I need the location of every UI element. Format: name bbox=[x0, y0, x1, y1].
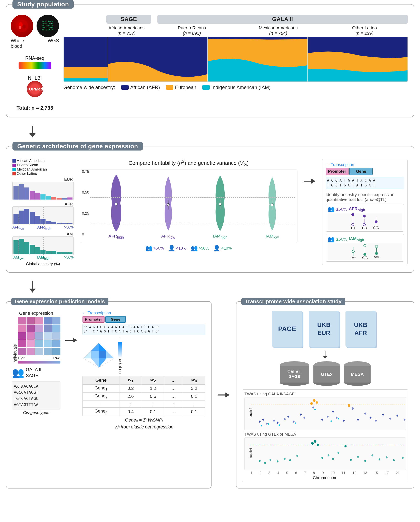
prediction-label: Gene expression prediction models bbox=[11, 298, 109, 305]
svg-point-80 bbox=[314, 440, 316, 443]
page-card-stack: PAGE bbox=[272, 311, 305, 347]
bottom-sections: Gene expression prediction models Gene e… bbox=[6, 301, 414, 489]
db-cards: GALA IISAGE GTEx MESA bbox=[242, 361, 408, 386]
gala-sage-label: GALA IISAGE bbox=[26, 367, 41, 378]
iam-swatch bbox=[202, 85, 210, 90]
pop-label-pr: Puerto Ricans bbox=[149, 25, 235, 31]
svg-point-61 bbox=[382, 414, 384, 416]
col-w1: w1 bbox=[119, 376, 142, 384]
pop-label-aa: African Americans bbox=[104, 25, 149, 31]
svg-marker-28 bbox=[91, 358, 99, 368]
study-population-section: Study population bbox=[6, 4, 414, 117]
afr-hist: AFR bbox=[12, 202, 74, 230]
pop-label-ma: Mexican Americans bbox=[235, 25, 321, 31]
svg-point-66 bbox=[268, 423, 269, 425]
svg-point-79 bbox=[311, 442, 314, 445]
svg-point-72 bbox=[259, 460, 261, 462]
svg-point-55 bbox=[348, 404, 350, 407]
study-pop-left: AGTCTAGTCATCAGTCAGTAGATAGATCGATCGATCGATA… bbox=[12, 15, 57, 111]
arrow-2 bbox=[6, 281, 414, 293]
svg-point-86 bbox=[344, 445, 347, 447]
svg-marker-20 bbox=[29, 289, 36, 293]
violin-iam-high: IAMhigh bbox=[211, 172, 229, 239]
twas1-label: TWAS using GALA II/SAGE bbox=[244, 392, 406, 396]
svg-marker-27 bbox=[99, 351, 106, 358]
ukb-eur-card-stack: UKBEUR bbox=[309, 311, 341, 347]
svg-point-2 bbox=[23, 24, 26, 29]
legend-afr: African (AFR) bbox=[121, 84, 160, 90]
gene-expr-label: Gene expression bbox=[12, 311, 61, 316]
svg-point-93 bbox=[393, 459, 395, 461]
svg-point-94 bbox=[402, 457, 404, 459]
eur-label: European bbox=[175, 84, 196, 90]
svg-point-58 bbox=[364, 413, 366, 415]
cis-geno-label: Cis-genotypes bbox=[12, 410, 61, 415]
svg-point-82 bbox=[321, 457, 323, 459]
formula-1: Geneₙ = Σᵢ WᵢSNPᵢ bbox=[83, 417, 206, 423]
svg-point-87 bbox=[350, 459, 352, 461]
svg-point-84 bbox=[332, 458, 334, 460]
rna-seq-item: RNA-seq bbox=[19, 55, 51, 69]
svg-point-81 bbox=[317, 444, 319, 446]
ancestry-legend: Genome-wide ancestry: African (AFR) Euro… bbox=[63, 84, 408, 90]
svg-point-37 bbox=[262, 419, 264, 421]
violin-title: Compare heritability (h2) and genetic va… bbox=[80, 159, 298, 167]
gala-box: GALA II bbox=[157, 15, 408, 24]
vl-afr-high: AFRhigh bbox=[108, 234, 124, 239]
pop-n-pr: (n = 893) bbox=[149, 31, 235, 36]
manhattan-plot-2: -log₁₀[P] bbox=[244, 438, 406, 470]
legend-eur: European bbox=[166, 84, 196, 90]
svg-point-47 bbox=[313, 399, 315, 402]
svg-point-3 bbox=[19, 26, 22, 29]
blood-icon bbox=[11, 15, 33, 37]
model-area: ← Transcription Promoter Gene 5' A G T C… bbox=[83, 311, 206, 430]
chromosome-label: Chromosome bbox=[244, 476, 406, 480]
svg-point-67 bbox=[279, 425, 280, 426]
manhattan-plot-1: -log₁₀[P] bbox=[244, 397, 406, 430]
svg-point-78 bbox=[297, 455, 298, 457]
gene-matrix: Individuals bbox=[12, 317, 61, 363]
pop-n-ma: (n = 784) bbox=[235, 31, 321, 36]
eur-swatch bbox=[166, 85, 173, 90]
svg-point-51 bbox=[327, 416, 328, 418]
svg-point-90 bbox=[371, 454, 373, 456]
svg-point-42 bbox=[288, 416, 289, 418]
table-row: Gene10.21.2…3.2 bbox=[83, 384, 206, 392]
svg-point-46 bbox=[310, 402, 313, 405]
vl-afr-low: AFRlow bbox=[161, 234, 175, 239]
manhattan-plots: TWAS using GALA II/SAGE -log₁₀[P] bbox=[242, 390, 408, 482]
violin-iam-low: IAMlow bbox=[263, 172, 281, 239]
section-arrow bbox=[218, 301, 230, 489]
svg-point-49 bbox=[312, 407, 314, 409]
svg-point-44 bbox=[300, 414, 302, 416]
svg-point-65 bbox=[261, 425, 262, 426]
prediction-models-section: Gene expression prediction models Gene e… bbox=[6, 301, 212, 489]
eur-hist: EUR bbox=[12, 177, 74, 200]
table-row: Genen0.40.1…0.1 bbox=[83, 408, 206, 416]
eqtl-text: Identify ancestry-specific expression qu… bbox=[326, 192, 404, 202]
svg-point-71 bbox=[338, 418, 339, 420]
wgs-icon: AGTCTAGTCATCAGTCAGTAGATAGATCGATCGATCGATA… bbox=[37, 15, 59, 37]
db-galasage: GALA IISAGE bbox=[280, 361, 309, 386]
twas-section: Transcriptome-wide association study PAG… bbox=[236, 301, 414, 489]
svg-point-73 bbox=[264, 462, 266, 464]
topmeed-text: TOPMed bbox=[27, 87, 43, 92]
svg-point-91 bbox=[379, 459, 380, 461]
gene-expr-area: Gene expression Individuals bbox=[12, 311, 61, 415]
iam-high-label: IAMhigh bbox=[37, 255, 50, 260]
pred-arrow bbox=[65, 311, 78, 345]
afr-swatch bbox=[121, 85, 129, 90]
svg-point-69 bbox=[314, 409, 316, 410]
svg-point-45 bbox=[304, 417, 305, 419]
col-dots: … bbox=[164, 376, 183, 384]
svg-point-92 bbox=[386, 456, 388, 459]
svg-point-59 bbox=[370, 417, 372, 419]
cis-genotypes: AATAACACCA AGCCATACGT TGTCACTAGC AGTAGTT… bbox=[12, 381, 61, 415]
whole-blood-item: AGTCTAGTCATCAGTCAGTAGATAGATCGATCGATCGATA… bbox=[11, 15, 59, 49]
study-pop-right: SAGE GALA II African Americans (n = 757) bbox=[63, 15, 408, 90]
svg-point-48 bbox=[316, 401, 318, 404]
svg-marker-29 bbox=[99, 358, 106, 368]
db-mesa: MESA bbox=[344, 361, 371, 386]
twas-arrow-1 bbox=[242, 351, 408, 359]
rna-seq-bar bbox=[19, 62, 51, 69]
